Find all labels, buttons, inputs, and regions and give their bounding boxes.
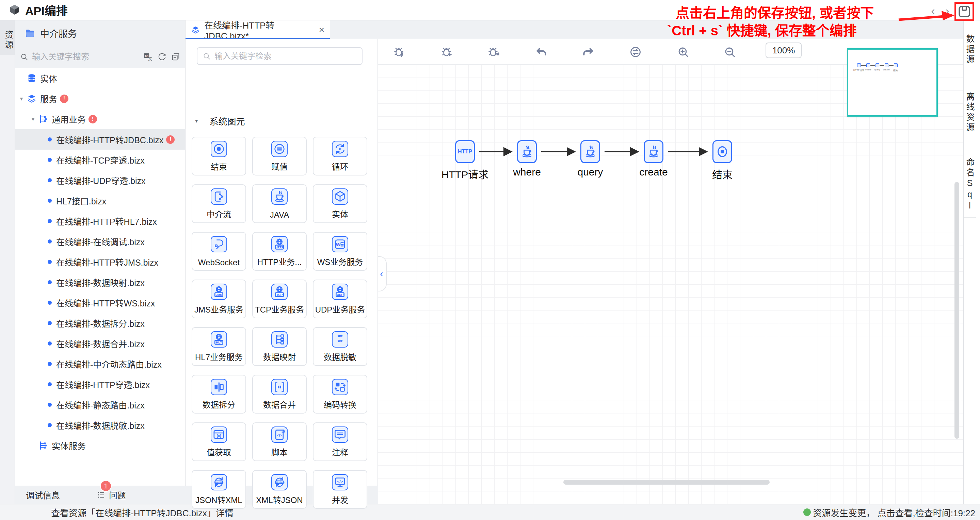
flow-node[interactable]: HTTPHTTP请求 — [438, 140, 492, 181]
tree-item[interactable]: ▾服务! — [15, 89, 185, 109]
refresh-icon[interactable] — [157, 52, 167, 62]
debug-flash-button[interactable] — [392, 44, 407, 60]
palette-item-label: WebSocket — [198, 258, 240, 267]
tree-item[interactable]: 在线编排-中介动态路由.bizx — [15, 354, 185, 374]
palette-item[interactable]: 实体 — [313, 184, 367, 223]
caret-icon[interactable]: ▾ — [28, 116, 38, 123]
tree-item[interactable]: ▾通用业务! — [15, 109, 185, 129]
palette-section-header[interactable]: ▾ 系统图元 — [195, 115, 245, 127]
palette-item[interactable]: HL7HL7业务服务 — [192, 327, 246, 366]
right-tab[interactable]: 数据源 — [964, 21, 976, 73]
flow-node[interactable]: create — [626, 140, 681, 178]
tree-item[interactable]: 在线编排-HTTP穿透.bizx — [15, 374, 185, 395]
palette-item[interactable]: UDPUDP业务服务 — [313, 279, 367, 318]
save-button[interactable] — [957, 5, 972, 19]
swap-button[interactable] — [628, 44, 643, 60]
palette-item-label: 数据拆分 — [202, 398, 235, 410]
svg-text:JMS: JMS — [215, 293, 222, 296]
right-tab[interactable]: 命名Sql — [964, 146, 976, 218]
app-title: API编排 — [25, 2, 68, 18]
tree-item[interactable]: 实体服务 — [15, 435, 185, 456]
dot-icon — [48, 178, 52, 182]
tree-item[interactable]: 在线编排-静态路由.bizx — [15, 395, 185, 415]
tree-item-label: HL7接口.bizx — [56, 195, 106, 207]
layers-icon — [191, 25, 200, 35]
cyc-XML-Json-icon: XML-Json — [271, 474, 288, 490]
palette-item[interactable]: 编码转换 — [313, 375, 367, 414]
palette-item[interactable]: JAVA — [252, 184, 307, 223]
minimap[interactable]: HTTP请求wherequerycreate结束 — [847, 48, 938, 117]
tree-item[interactable]: 在线编排-HTTP转HL7.bizx — [15, 211, 185, 231]
svg-text:XML-Json: XML-Json — [275, 481, 285, 483]
palette-item[interactable]: Json-XMLJSON转XML — [192, 470, 246, 509]
tree-item-selected[interactable]: 在线编排-HTTP转JDBC.bizx! — [15, 129, 185, 150]
palette-search-input[interactable] — [215, 51, 357, 61]
palette-item[interactable]: </>并发 — [313, 470, 367, 509]
tree-item[interactable]: 实体 — [15, 68, 185, 89]
explorer-search-input[interactable] — [32, 52, 143, 62]
flow-node[interactable]: query — [563, 140, 617, 178]
status-dot-icon — [803, 509, 811, 516]
document-tab[interactable]: 在线编排-HTTP转JDBC.bizx* × — [186, 21, 330, 39]
tree-item[interactable]: 在线编排-数据拆分.bizx — [15, 313, 185, 333]
palette-item[interactable]: (x)值获取 — [192, 422, 246, 461]
palette-collapse-handle[interactable]: ‹ — [378, 256, 387, 292]
globe-TCP-icon: TCP — [271, 284, 288, 300]
palette-item[interactable]: HTTPHTTP业务... — [252, 232, 307, 271]
flow-node[interactable]: 结束 — [695, 140, 749, 181]
dot-icon — [48, 260, 52, 264]
palette-item[interactable]: 注释 — [313, 422, 367, 461]
tree-item[interactable]: 在线编排-UDP穿透.bizx — [15, 170, 185, 190]
vertical-scrollbar[interactable] — [955, 182, 959, 439]
caret-icon[interactable]: ▾ — [16, 95, 27, 102]
palette-item-label: HTTP业务... — [257, 255, 302, 267]
debug-run-button[interactable] — [439, 44, 454, 60]
tree-item[interactable]: HL7接口.bizx — [15, 190, 185, 211]
palette-item-label: 数据映射 — [263, 350, 296, 363]
translate-icon[interactable]: En文 — [143, 52, 153, 62]
flow-node[interactable]: where — [500, 140, 554, 178]
palette-item[interactable]: 结束 — [192, 137, 246, 176]
palette-item[interactable]: TCPTCP业务服务 — [252, 279, 307, 318]
palette-item[interactable]: XML-JsonXML转JSON — [252, 470, 307, 509]
tree-item[interactable]: 在线编排-HTTP转JMS.bizx — [15, 252, 185, 272]
debug-step-button[interactable] — [486, 44, 501, 60]
tree-item[interactable]: 在线编排-在线调试.bizx — [15, 231, 185, 252]
flow-node-label: create — [626, 166, 681, 178]
palette-item[interactable]: JMSJMS业务服务 — [192, 279, 246, 318]
palette-item[interactable]: ****数据脱敏 — [313, 327, 367, 366]
palette-item[interactable]: 数据拆分 — [192, 375, 246, 414]
flow-canvas[interactable]: 100% HTTPHTTP请求wherequerycreate结束 ‹ HTTP… — [378, 39, 963, 504]
undo-button[interactable] — [534, 44, 549, 60]
tree-item[interactable]: 在线编排-TCP穿透.bizx — [15, 150, 185, 170]
palette-item[interactable]: WWS业务服务 — [313, 232, 367, 271]
palette-section-label: 系统图元 — [210, 115, 245, 127]
palette-item[interactable]: 中介流 — [192, 184, 246, 223]
rail-tab-resources[interactable]: 资源 — [0, 21, 14, 55]
right-tab[interactable]: 离线资源 — [964, 73, 976, 146]
collapse-all-icon[interactable] — [171, 52, 180, 62]
redo-button[interactable] — [581, 44, 596, 60]
tab-issues[interactable]: 问题 — [97, 489, 126, 501]
palette-item[interactable]: </>脚本 — [252, 422, 307, 461]
tree-item[interactable]: 在线编排-数据合并.bizx — [15, 333, 185, 354]
palette-item[interactable]: 赋值 — [252, 137, 307, 176]
palette-item[interactable]: 数据合并 — [252, 375, 307, 414]
zoom-out-button[interactable] — [722, 44, 737, 60]
flow-node-java-icon — [644, 140, 663, 163]
tree-item[interactable]: 在线编排-数据脱敏.bizx — [15, 415, 185, 435]
zoom-level-button[interactable]: 100% — [765, 43, 802, 58]
svg-text:</>: </> — [337, 479, 343, 484]
cube-icon — [332, 189, 348, 205]
tree-item[interactable]: 在线编排-HTTP转WS.bizx — [15, 292, 185, 313]
tab-close-button[interactable]: × — [319, 24, 325, 35]
tab-debug-info[interactable]: 调试信息 — [26, 489, 60, 501]
status-resource-changed[interactable]: 资源发生变更， 点击查看,检查时间:19:22 — [803, 506, 975, 518]
zoom-in-button[interactable] — [676, 44, 690, 60]
palette-item[interactable]: WebSocket — [192, 232, 246, 271]
horizontal-scrollbar[interactable] — [563, 480, 770, 485]
palette-item-label: 中介流 — [207, 208, 231, 220]
palette-item[interactable]: 循环 — [313, 137, 367, 176]
palette-item[interactable]: 数据映射 — [252, 327, 307, 366]
tree-item[interactable]: 在线编排-数据映射.bizx — [15, 272, 185, 292]
